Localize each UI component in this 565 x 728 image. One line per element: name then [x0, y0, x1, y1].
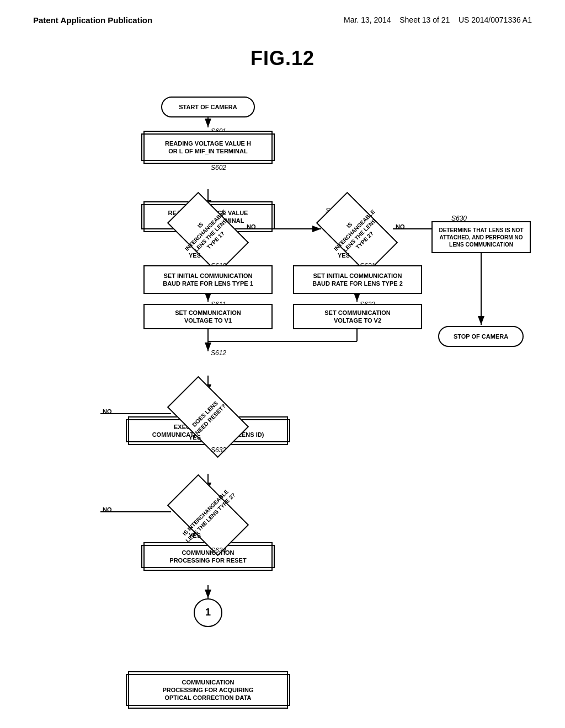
s610-box: SET INITIAL COMMUNICATION BAUD RATE FOR … — [143, 265, 273, 294]
s620-diamond: IS INTERCHANGEABLE LENS THE LENS TYPE 2? — [320, 208, 394, 258]
s620-no-label: NO — [396, 223, 405, 230]
step-s632: S632 — [211, 446, 226, 454]
flowchart: START OF CAMERA S601 READING VOLTAGE VAL… — [45, 87, 520, 693]
s622-box: SET COMMUNICATION VOLTAGE TO V2 — [293, 304, 422, 329]
header-publication: Patent Application Publication — [33, 15, 152, 25]
figure-title: FIG.12 — [0, 47, 565, 70]
end-circle: 1 — [194, 598, 222, 627]
s621-box: SET INITIAL COMMUNICATION BAUD RATE FOR … — [293, 265, 422, 294]
step-s612: S612 — [211, 349, 226, 357]
s633-yes-label: YES — [189, 532, 201, 539]
arrows-svg — [45, 87, 520, 693]
s631-no-label: NO — [103, 408, 112, 415]
s633-no-label: NO — [103, 506, 112, 513]
s620-yes-label: YES — [338, 252, 350, 259]
step-s634: S634 — [211, 547, 226, 554]
s603-diamond: IS INTERCHANGEABLE LENS THE LENS TYPE 1? — [171, 208, 245, 258]
s633-diamond: IS INTERCHANGEABLE LENS THE LENS TYPE 2? — [171, 490, 245, 540]
s611-box: SET COMMUNICATION VOLTAGE TO V1 — [143, 304, 273, 329]
s601-box: READING VOLTAGE VALUE H OR L OF MIF_IN T… — [143, 131, 273, 164]
s634-box: COMMUNICATION PROCESSING FOR ACQUIRING O… — [128, 671, 288, 709]
s603-yes-label: YES — [189, 252, 201, 259]
start-node: START OF CAMERA — [161, 97, 255, 117]
step-s602: S602 — [211, 164, 226, 172]
s603-no-label: NO — [247, 223, 256, 230]
stop-node: STOP OF CAMERA — [438, 326, 524, 347]
s631-yes-label: YES — [189, 434, 201, 441]
s630-box: DETERMINE THAT LENS IS NOT ATTACHED, AND… — [431, 221, 531, 253]
header-date-sheet: Mar. 13, 2014 Sheet 13 of 21 US 2014/007… — [344, 15, 532, 24]
s631-diamond: DOES LENS NEED RESET? — [171, 392, 245, 442]
page-header: Patent Application Publication Mar. 13, … — [0, 0, 565, 25]
